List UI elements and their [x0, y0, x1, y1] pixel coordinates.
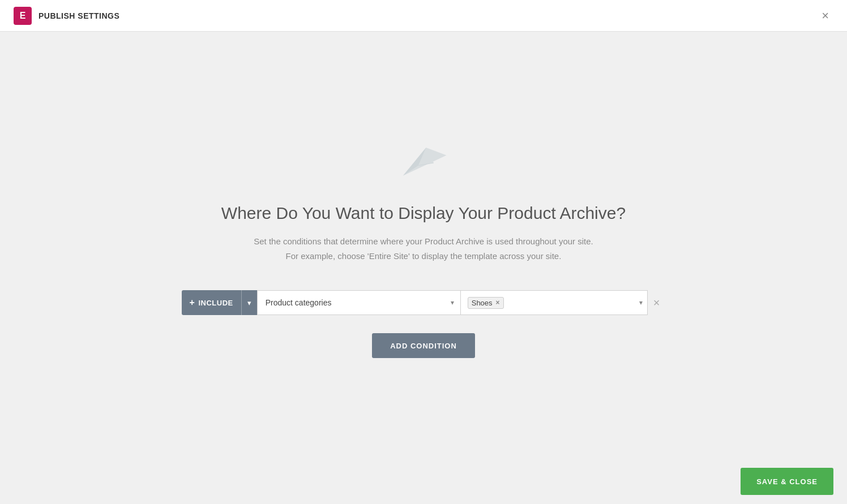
include-plus-icon: + — [190, 298, 195, 308]
modal-title: PUBLISH SETTINGS — [38, 11, 119, 20]
main-heading: Where Do You Want to Display Your Produc… — [221, 204, 626, 223]
publish-settings-modal: E PUBLISH SETTINGS × Where Do You Want t… — [0, 0, 847, 504]
header-left: E PUBLISH SETTINGS — [14, 7, 119, 25]
condition-row: + INCLUDE ▾ Product categories Entire Si… — [182, 290, 666, 315]
modal-footer: SAVE & CLOSE — [0, 459, 847, 504]
include-dropdown-icon[interactable]: ▾ — [242, 290, 257, 315]
tag-dropdown-icon[interactable]: ▾ — [635, 299, 643, 307]
header-close-button[interactable]: × — [817, 7, 833, 24]
main-description: Set the conditions that determine where … — [254, 234, 593, 263]
elementor-logo: E — [14, 7, 32, 25]
save-close-button[interactable]: SAVE & CLOSE — [741, 468, 833, 495]
tag-remove-icon[interactable]: × — [496, 299, 500, 307]
tag-select-wrapper[interactable]: Shoes × ▾ — [461, 290, 648, 315]
add-condition-button[interactable]: ADD CONDITION — [372, 333, 475, 358]
tag-item: Shoes × — [468, 297, 504, 309]
category-select[interactable]: Product categories Entire Site Front Pag… — [257, 290, 461, 315]
category-select-wrapper: Product categories Entire Site Front Pag… — [257, 290, 461, 315]
include-label: INCLUDE — [198, 299, 233, 307]
modal-header: E PUBLISH SETTINGS × — [0, 0, 847, 32]
include-button[interactable]: + INCLUDE ▾ — [182, 290, 257, 315]
modal-body: Where Do You Want to Display Your Produc… — [0, 32, 847, 459]
paper-plane-icon — [398, 132, 449, 186]
remove-condition-button[interactable]: × — [648, 290, 666, 315]
tag-label: Shoes — [472, 299, 493, 307]
